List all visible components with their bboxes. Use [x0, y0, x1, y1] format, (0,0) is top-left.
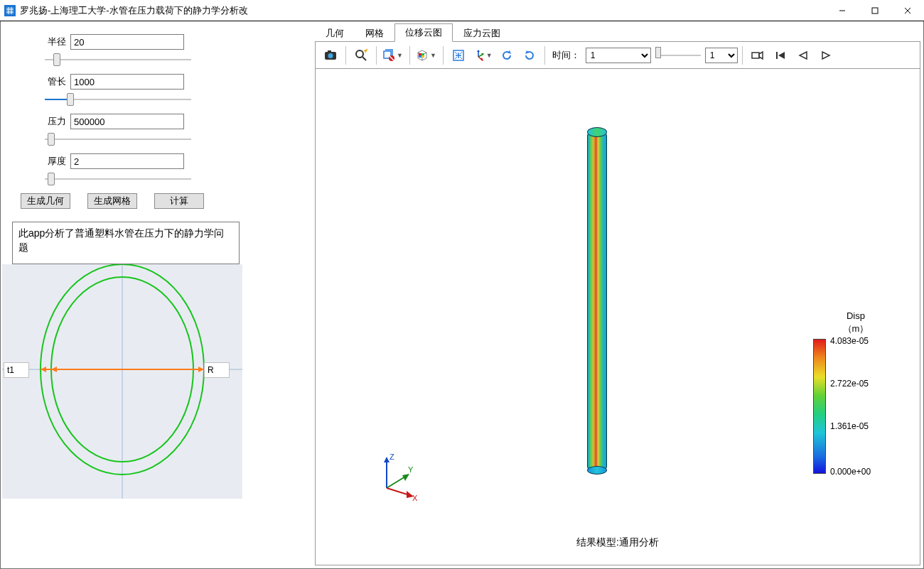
legend-unit: （m）	[813, 323, 898, 335]
radius-slider[interactable]	[45, 59, 191, 60]
close-button[interactable]	[891, 0, 924, 21]
svg-rect-34	[752, 53, 759, 58]
info-text: 此app分析了普通塑料水管在压力下的静力学问题	[12, 222, 240, 264]
time-select[interactable]: 1	[586, 48, 651, 63]
svg-marker-11	[198, 367, 204, 372]
legend-tick-3: 0.000e+00	[830, 467, 871, 477]
svg-marker-13	[51, 367, 57, 372]
axis-x-label: X	[412, 494, 418, 501]
results-panel: 几何 网格 位移云图 应力云图 ▼	[312, 21, 923, 568]
thickness-label: 厚度	[36, 155, 70, 168]
legend-title: Disp	[813, 310, 898, 321]
geometry-preview[interactable]: t1 R	[2, 264, 242, 499]
result-caption: 结果模型:通用分析	[316, 536, 920, 549]
play-forward-icon[interactable]	[815, 45, 837, 65]
svg-rect-21	[419, 53, 421, 55]
zoom-icon[interactable]	[350, 45, 372, 65]
time-label: 时间：	[552, 49, 580, 62]
svg-marker-38	[800, 52, 807, 59]
geom-label-t1: t1	[4, 362, 29, 378]
svg-marker-43	[402, 474, 409, 481]
svg-line-18	[362, 57, 366, 60]
svg-rect-0	[6, 7, 14, 14]
fit-view-icon[interactable]	[448, 45, 469, 65]
svg-marker-33	[525, 50, 529, 54]
minimize-button[interactable]	[826, 0, 859, 21]
svg-rect-22	[421, 53, 424, 55]
viewport-3d[interactable]: Z Y X 结果模型:通用分析 Disp （m） 4.083e-05 2.722…	[315, 69, 920, 565]
viewport-toolbar: ▼ ▼	[315, 42, 920, 69]
legend-tick-2: 1.361e-05	[830, 421, 869, 431]
compute-button[interactable]: 计算	[154, 193, 204, 209]
generate-geometry-button[interactable]: 生成几何	[21, 193, 70, 209]
axis-z-label: Z	[390, 453, 394, 461]
geom-label-r: R	[204, 362, 230, 378]
pipe-model	[587, 131, 607, 471]
pressure-label: 压力	[36, 115, 70, 128]
tab-mesh[interactable]: 网格	[355, 24, 394, 42]
play-back-icon[interactable]	[793, 45, 814, 65]
render-style-dropdown[interactable]: ▼	[414, 45, 439, 65]
rotate-cw-icon[interactable]	[519, 45, 540, 65]
visibility-dropdown[interactable]: ▼	[381, 45, 405, 65]
svg-marker-39	[822, 52, 829, 59]
maximize-button[interactable]	[859, 0, 891, 21]
axis-y-label: Y	[408, 465, 414, 474]
svg-rect-36	[776, 52, 778, 59]
svg-rect-23	[419, 55, 421, 58]
radius-label: 半径	[36, 36, 70, 48]
main-content: 半径 管长 压力 厚度 生成几何 生成网格 计算	[0, 21, 924, 569]
thickness-input[interactable]	[70, 153, 184, 169]
svg-marker-31	[480, 58, 483, 61]
orientation-dropdown[interactable]: ▼	[471, 45, 495, 65]
radius-input[interactable]	[70, 34, 184, 50]
pressure-input[interactable]	[70, 114, 184, 129]
record-icon[interactable]	[747, 45, 768, 65]
legend-tick-1: 2.722e-05	[830, 379, 869, 389]
thickness-slider[interactable]	[45, 178, 191, 180]
length-label: 管长	[36, 75, 70, 88]
legend-bar	[813, 339, 826, 474]
tab-stress[interactable]: 应力云图	[453, 24, 511, 42]
color-legend: Disp （m） 4.083e-05 2.722e-05 1.361e-05 0…	[813, 310, 898, 338]
window-controls	[826, 0, 924, 21]
tab-geometry[interactable]: 几何	[315, 24, 355, 42]
svg-marker-41	[384, 457, 390, 462]
result-tabs: 几何 网格 位移云图 应力云图	[312, 26, 923, 41]
svg-point-17	[356, 50, 363, 58]
legend-tick-0: 4.083e-05	[830, 336, 869, 346]
app-icon	[4, 5, 16, 16]
svg-marker-27	[477, 50, 480, 52]
parameters-panel: 半径 管长 压力 厚度 生成几何 生成网格 计算	[1, 21, 312, 568]
svg-marker-37	[778, 52, 785, 59]
length-input[interactable]	[70, 74, 184, 90]
length-slider[interactable]	[45, 99, 191, 100]
axis-triad: Z Y X	[374, 451, 424, 501]
generate-mesh-button[interactable]: 生成网格	[87, 193, 137, 209]
svg-rect-16	[328, 50, 331, 53]
tab-displacement[interactable]: 位移云图	[394, 23, 453, 42]
pressure-slider[interactable]	[45, 139, 191, 140]
rotate-ccw-icon[interactable]	[496, 45, 517, 65]
svg-marker-32	[507, 50, 511, 54]
svg-point-15	[328, 53, 333, 58]
screenshot-icon[interactable]	[320, 45, 341, 65]
svg-rect-24	[421, 55, 424, 58]
title-bar: 罗兆扬-上海理工大学-水管在压力载荷下的静力学分析改	[0, 0, 924, 21]
svg-line-42	[387, 477, 405, 488]
step-select[interactable]: 1	[705, 48, 738, 63]
svg-rect-2	[872, 8, 878, 13]
time-slider[interactable]	[655, 55, 701, 56]
skip-start-icon[interactable]	[770, 45, 791, 65]
window-title: 罗兆扬-上海理工大学-水管在压力载荷下的静力学分析改	[20, 4, 826, 17]
svg-line-44	[387, 488, 409, 495]
